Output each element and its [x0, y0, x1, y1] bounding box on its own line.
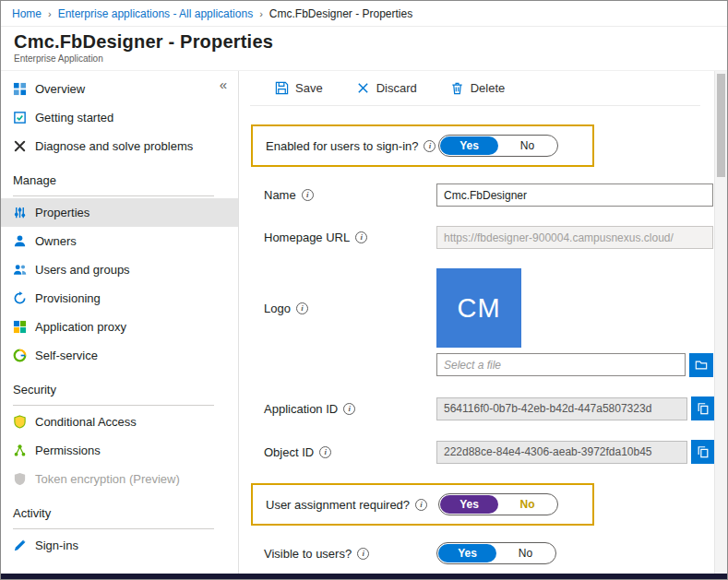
copy-object-id-button[interactable]	[691, 440, 715, 464]
name-row: Name i	[264, 183, 713, 207]
sidebar-item-application-proxy[interactable]: Application proxy	[1, 313, 238, 341]
sidebar-section-manage: Manage	[13, 168, 214, 196]
user-assignment-label: User assignment required? i	[266, 498, 438, 512]
sidebar-item-conditional-access[interactable]: Conditional Access	[1, 408, 238, 436]
info-icon[interactable]: i	[343, 403, 355, 415]
users-groups-icon	[13, 263, 27, 277]
nav-label: Users and groups	[35, 263, 130, 277]
label-text: Enabled for users to sign-in?	[266, 139, 418, 153]
object-id-row: Object ID i	[264, 440, 713, 464]
getting-started-icon	[13, 111, 27, 124]
delete-button[interactable]: Delete	[450, 81, 506, 95]
user-assignment-row: User assignment required? i Yes No	[266, 493, 570, 515]
label-text: User assignment required?	[266, 498, 410, 512]
logo-label: Logo i	[264, 302, 436, 315]
save-button[interactable]: Save	[275, 81, 323, 95]
sidebar: « Overview Getting started Diagnose and …	[1, 71, 239, 574]
user-assignment-highlight-box: User assignment required? i Yes No	[251, 483, 594, 526]
copy-application-id-button[interactable]	[691, 397, 715, 420]
copy-icon	[697, 445, 710, 458]
azure-portal-window: Home › Enterprise applications - All app…	[0, 0, 728, 580]
toggle-yes-option[interactable]: Yes	[440, 136, 498, 155]
sidebar-section-security: Security	[13, 377, 214, 406]
sidebar-item-token-encryption[interactable]: Token encryption (Preview)	[1, 465, 238, 493]
token-encryption-icon	[13, 472, 27, 486]
sidebar-item-overview[interactable]: Overview	[1, 75, 238, 103]
content-area: « Overview Getting started Diagnose and …	[1, 70, 727, 574]
sidebar-item-users-and-groups[interactable]: Users and groups	[1, 255, 238, 284]
name-label: Name i	[264, 188, 436, 202]
discard-icon	[356, 81, 370, 95]
logo-file-input[interactable]	[436, 353, 686, 376]
breadcrumb-separator: ›	[259, 8, 263, 19]
label-text: Application ID	[264, 402, 338, 416]
info-icon[interactable]: i	[302, 189, 314, 201]
sidebar-item-getting-started[interactable]: Getting started	[1, 103, 238, 132]
visible-to-users-label: Visible to users? i	[264, 547, 436, 561]
application-id-label: Application ID i	[264, 402, 436, 416]
vertical-scrollbar[interactable]	[714, 71, 727, 574]
sidebar-item-provisioning[interactable]: Provisioning	[1, 284, 238, 313]
toggle-no-option[interactable]: No	[498, 136, 556, 155]
label-text: Logo	[264, 302, 291, 315]
discard-label: Discard	[376, 81, 417, 95]
name-input[interactable]	[436, 183, 713, 207]
info-icon[interactable]: i	[296, 302, 308, 314]
main-panel: Save Discard Delete Enabled for users to…	[239, 71, 727, 574]
logo-text: CM	[457, 293, 500, 324]
info-icon[interactable]: i	[415, 499, 427, 511]
section-label: Security	[13, 383, 56, 397]
homepage-url-row: Homepage URL i	[264, 226, 713, 249]
info-icon[interactable]: i	[319, 446, 331, 458]
sidebar-item-sign-ins[interactable]: Sign-ins	[1, 531, 238, 560]
sidebar-item-permissions[interactable]: Permissions	[1, 436, 238, 465]
toggle-yes-option[interactable]: Yes	[440, 495, 498, 514]
application-id-row: Application ID i	[264, 397, 713, 420]
info-icon[interactable]: i	[357, 548, 369, 560]
owners-icon	[13, 234, 27, 248]
object-id-control	[436, 440, 715, 464]
object-id-input	[436, 441, 687, 464]
breadcrumb-home-link[interactable]: Home	[12, 7, 42, 20]
page-title: Cmc.FbDesigner - Properties	[14, 31, 714, 53]
permissions-icon	[13, 444, 27, 457]
sign-ins-icon	[13, 539, 27, 552]
enabled-signin-toggle[interactable]: Yes No	[438, 135, 558, 157]
section-label: Activity	[13, 506, 51, 520]
info-icon[interactable]: i	[424, 140, 436, 152]
toggle-no-option[interactable]: No	[496, 544, 555, 562]
enabled-signin-label: Enabled for users to sign-in? i	[266, 139, 438, 153]
object-id-label: Object ID i	[264, 445, 436, 459]
toggle-yes-option[interactable]: Yes	[438, 544, 496, 562]
page-header: Cmc.FbDesigner - Properties Enterprise A…	[1, 27, 727, 70]
copy-icon	[697, 402, 710, 415]
scrollbar-thumb[interactable]	[717, 74, 725, 177]
enabled-signin-row: Enabled for users to sign-in? i Yes No	[266, 135, 570, 157]
browse-file-button[interactable]	[689, 353, 713, 377]
nav-label: Owners	[35, 234, 77, 248]
application-logo: CM	[436, 268, 521, 348]
nav-label: Token encryption (Preview)	[35, 472, 180, 486]
application-proxy-icon	[13, 320, 27, 334]
logo-row: Logo i CM	[264, 268, 713, 348]
properties-form: Enabled for users to sign-in? i Yes No N…	[239, 106, 713, 564]
enabled-signin-highlight-box: Enabled for users to sign-in? i Yes No	[251, 124, 594, 167]
breadcrumb-enterprise-applications-link[interactable]: Enterprise applications - All applicatio…	[58, 7, 253, 20]
folder-icon	[695, 359, 708, 372]
logo-file-row	[436, 353, 713, 377]
toggle-no-option[interactable]: No	[498, 495, 556, 514]
sidebar-item-diagnose-and-solve-problems[interactable]: Diagnose and solve problems	[1, 132, 238, 160]
label-text: Homepage URL	[264, 231, 350, 244]
sidebar-item-owners[interactable]: Owners	[1, 227, 238, 255]
nav-label: Self-service	[35, 349, 98, 362]
sidebar-item-self-service[interactable]: Self-service	[1, 341, 238, 370]
discard-button[interactable]: Discard	[356, 81, 417, 95]
info-icon[interactable]: i	[355, 231, 367, 243]
label-text: Name	[264, 188, 296, 202]
properties-icon	[13, 206, 27, 219]
user-assignment-toggle[interactable]: Yes No	[438, 493, 558, 515]
visible-to-users-toggle[interactable]: Yes No	[436, 542, 556, 564]
sidebar-collapse-button[interactable]: «	[216, 75, 231, 94]
nav-label: Getting started	[35, 111, 113, 124]
sidebar-item-properties[interactable]: Properties	[1, 198, 238, 227]
